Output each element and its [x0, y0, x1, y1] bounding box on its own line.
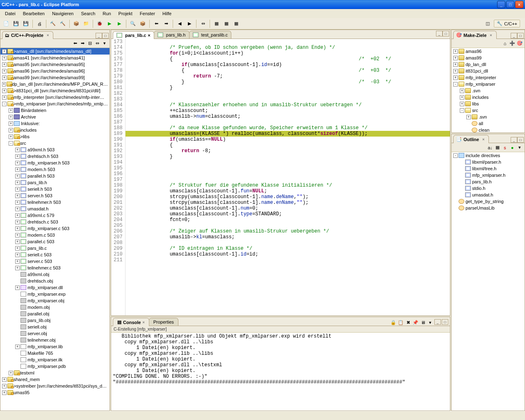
- expand-icon[interactable]: +: [2, 384, 7, 388]
- code-content[interactable]: /* Pruefen, ob ID schon vergeben (wenn j…: [126, 39, 450, 315]
- expand-icon[interactable]: +: [2, 82, 6, 87]
- run-button[interactable]: ▶: [105, 19, 114, 28]
- expand-icon[interactable]: +: [15, 233, 20, 237]
- tree-row[interactable]: pars_lib.obj: [0, 317, 110, 324]
- menu-navigieren[interactable]: Navigieren: [49, 10, 77, 17]
- collapse-icon[interactable]: -: [453, 82, 458, 87]
- maximize-view-button[interactable]: □: [517, 33, 524, 39]
- expand-icon[interactable]: +: [15, 240, 20, 244]
- close-icon[interactable]: ×: [148, 33, 150, 38]
- code-line[interactable]: /* ID eintragen in Klasse */: [126, 246, 450, 251]
- code-line[interactable]: [126, 160, 450, 165]
- tree-row[interactable]: ->mfp_xmlparser [svn://archimedes/mfp_xm…: [0, 100, 110, 107]
- expand-icon[interactable]: +: [453, 62, 458, 67]
- tree-row[interactable]: +>amas_dll [svn://archimedes/amas_dll]: [0, 48, 110, 55]
- code-line[interactable]: strcpy(umasclass[classcount-1].name.deNa…: [126, 194, 450, 200]
- tree-row[interactable]: +amas99: [452, 55, 525, 61]
- code-line[interactable]: /* Pruefen, ob ID schon vergeben (wenn j…: [126, 45, 450, 50]
- tree-row[interactable]: libxml/parser.h: [452, 159, 525, 165]
- code-line[interactable]: }: [126, 154, 450, 160]
- tree-row[interactable]: mfp_xmlparser.exp: [0, 291, 110, 297]
- expand-icon[interactable]: +: [15, 167, 20, 172]
- tree-row[interactable]: +pars_lib.c: [0, 245, 110, 251]
- minimize-view-button[interactable]: _: [96, 33, 102, 39]
- tree-row[interactable]: server.obj: [0, 330, 110, 337]
- tree-row[interactable]: +Inklusive:: [0, 120, 110, 127]
- tree-row[interactable]: +server.c 503: [0, 258, 110, 265]
- code-line[interactable]: [126, 119, 450, 125]
- debug-button[interactable]: 🐞: [95, 19, 104, 28]
- clipboard-icon[interactable]: 📋: [397, 319, 404, 326]
- menu-hilfe[interactable]: Hilfe: [159, 10, 175, 17]
- tree-row[interactable]: +teilnehmer.c 503: [0, 265, 110, 271]
- collapse-icon[interactable]: -: [453, 153, 458, 158]
- tree-row[interactable]: +mfp_interpreter: [452, 74, 525, 81]
- tree-row[interactable]: teilnehmer.obj: [0, 337, 110, 343]
- code-line[interactable]: umasclass[classcount-1].type=STANDARD;: [126, 211, 450, 217]
- tree-row[interactable]: umasdat.h: [452, 192, 525, 198]
- filter-icon[interactable]: ▦: [494, 144, 501, 151]
- expand-icon[interactable]: +: [15, 148, 20, 152]
- misc3-button[interactable]: ▦: [232, 19, 241, 28]
- code-line[interactable]: umaslib->num=classcount;: [126, 114, 450, 119]
- forward-button[interactable]: ▶: [185, 19, 194, 28]
- expand-icon[interactable]: +: [15, 220, 20, 224]
- minimize-console-button[interactable]: _: [434, 319, 441, 325]
- code-line[interactable]: /* Zeiger auf Klassen in umaslib-Strukur…: [126, 228, 450, 234]
- expand-icon[interactable]: +: [9, 115, 13, 119]
- tree-row[interactable]: +amas96: [452, 48, 525, 55]
- expand-icon[interactable]: +: [453, 56, 458, 60]
- build-all-button[interactable]: 🔨: [58, 19, 67, 28]
- properties-tab[interactable]: Properties: [149, 318, 178, 326]
- add-target-icon[interactable]: ➕: [509, 40, 516, 47]
- tree-row[interactable]: +parallel.c 503: [0, 238, 110, 245]
- code-line[interactable]: ++classcount;: [126, 108, 450, 114]
- new-class-button[interactable]: 📦: [72, 19, 81, 28]
- expand-icon[interactable]: +: [15, 207, 20, 211]
- tree-row[interactable]: -src: [0, 140, 110, 146]
- expand-icon[interactable]: +: [2, 69, 7, 73]
- code-line[interactable]: return -8;: [126, 148, 450, 154]
- code-line[interactable]: {: [126, 142, 450, 148]
- dropdown-icon[interactable]: ▾: [427, 319, 434, 326]
- tree-row[interactable]: pars_lib.h: [452, 178, 525, 185]
- expand-icon[interactable]: +: [2, 49, 7, 54]
- code-line[interactable]: [126, 96, 450, 102]
- tree-row[interactable]: +a99xml.c 579: [0, 212, 110, 219]
- collapse-icon[interactable]: -: [9, 141, 13, 146]
- tree-row[interactable]: +amas95 [svn://archimedes/amas95]: [0, 61, 110, 68]
- tree-row[interactable]: +it831pci_dll: [452, 68, 525, 74]
- make-targets-tree[interactable]: +amas96+amas99+dp_lan_dll+it831pci_dll+m…: [452, 48, 525, 132]
- display-icon[interactable]: 🖥: [420, 319, 426, 326]
- tree-row[interactable]: +includes: [0, 127, 110, 133]
- minimize-editor-button[interactable]: _: [436, 31, 443, 37]
- tree-row[interactable]: +modem.c 503: [0, 232, 110, 238]
- expand-icon[interactable]: +: [460, 89, 464, 93]
- editor-area[interactable]: 1731741751761771781791801811821831841851…: [111, 39, 450, 315]
- perspective-cpp-button[interactable]: 🔧 C/C++: [494, 20, 520, 27]
- code-line[interactable]: [126, 223, 450, 228]
- tree-row[interactable]: +>it831pci_dll [svn://archimedes/it831pc…: [0, 87, 110, 94]
- expand-icon[interactable]: +: [460, 102, 464, 106]
- tree-row[interactable]: +shared_mem: [0, 376, 110, 383]
- expand-icon[interactable]: +: [15, 253, 20, 257]
- console-output[interactable]: Bibliothek mfp_xmlparser.lib und Objekt …: [111, 333, 450, 411]
- expand-icon[interactable]: +: [9, 128, 13, 132]
- code-line[interactable]: umaslib->kl=umasclass;: [126, 234, 450, 240]
- tree-row[interactable]: +testxml: [0, 370, 110, 376]
- code-line[interactable]: [126, 177, 450, 183]
- misc2-button[interactable]: ▦: [222, 19, 231, 28]
- code-line[interactable]: for(i=0;i<classcount;i++): [126, 50, 450, 56]
- expand-icon[interactable]: +: [15, 259, 20, 264]
- make-targets-tab[interactable]: 🎯 Make-Ziele ×: [453, 31, 497, 39]
- back-button[interactable]: ◀: [175, 19, 184, 28]
- new-folder-button[interactable]: 📁: [82, 19, 91, 28]
- expand-icon[interactable]: +: [15, 174, 20, 178]
- tree-row[interactable]: +umas95: [0, 389, 110, 396]
- tree-row[interactable]: +mfp_xmlparser.dll: [0, 284, 110, 291]
- green-icon[interactable]: ●: [509, 144, 516, 151]
- code-line[interactable]: [126, 171, 450, 177]
- tree-row[interactable]: -include directives: [452, 152, 525, 159]
- prev-annotation-button[interactable]: ⬅: [152, 19, 161, 28]
- editor-tab[interactable]: pars_lib.c×: [113, 31, 154, 39]
